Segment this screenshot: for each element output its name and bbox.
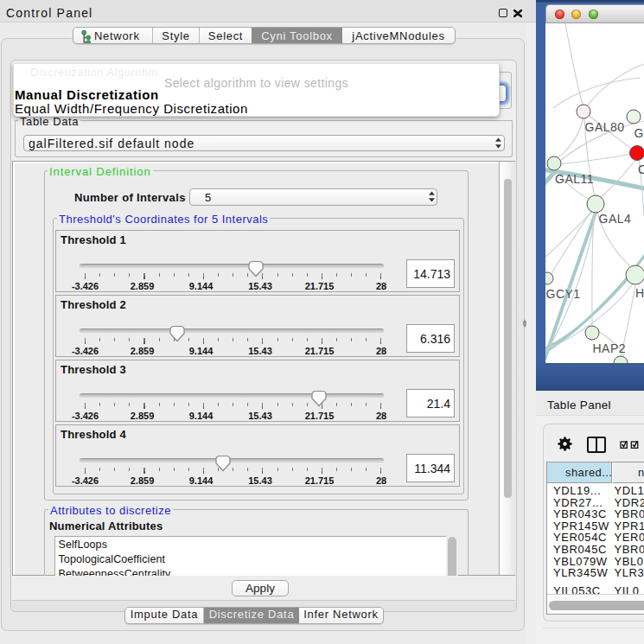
svg-text:GA: GA (634, 126, 644, 140)
svg-text:C: C (638, 163, 644, 176)
svg-text:H: H (635, 286, 644, 300)
svg-text:GCY1: GCY1 (546, 287, 581, 301)
svg-text:GAL11: GAL11 (555, 172, 594, 186)
svg-text:GAL4: GAL4 (599, 212, 632, 226)
svg-text:HAP2: HAP2 (593, 341, 627, 355)
svg-text:GAL80: GAL80 (585, 120, 625, 134)
